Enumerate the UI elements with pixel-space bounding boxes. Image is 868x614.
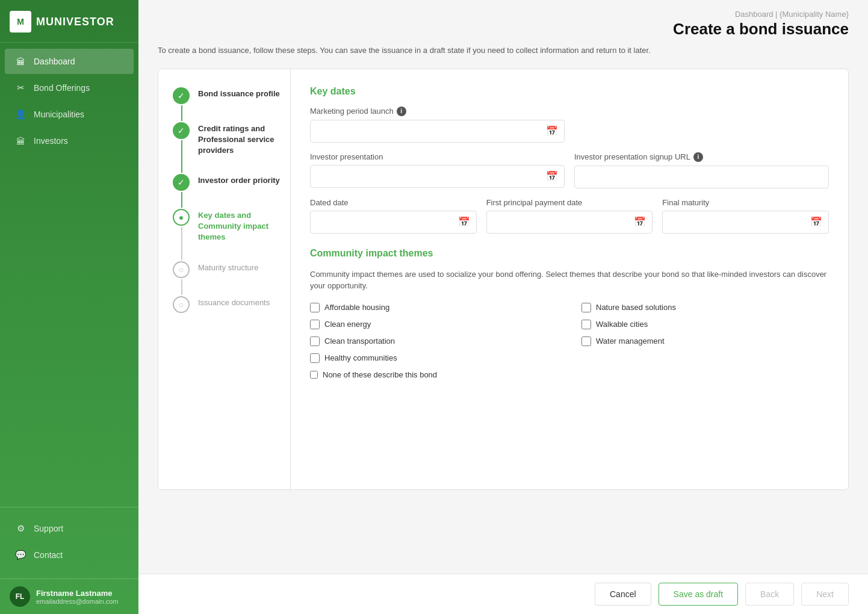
checkbox-clean-transportation[interactable] — [310, 336, 320, 346]
sidebar-item-support[interactable]: ⚙ Support — [5, 516, 134, 541]
checkbox-affordable-housing[interactable] — [310, 303, 320, 312]
main-content: Dashboard | {Municipality Name} Create a… — [138, 0, 868, 614]
cancel-button[interactable]: Cancel — [595, 583, 651, 606]
sidebar-bottom: ⚙ Support 💬 Contact — [0, 507, 138, 576]
theme-water-management[interactable]: Water management — [581, 336, 829, 346]
step-4-circle: ● — [173, 209, 190, 226]
theme-nature-based[interactable]: Nature based solutions — [581, 303, 829, 312]
step-6-label[interactable]: Issuance documents — [198, 295, 270, 308]
dated-date-group: Dated date 📅 — [310, 198, 477, 234]
sidebar-item-label: Support — [34, 524, 63, 533]
steps-panel: ✓ Bond issuance profile ✓ Credit ratings… — [158, 69, 291, 489]
checkbox-clean-energy[interactable] — [310, 320, 320, 329]
marketing-period-row: Marketing period launch i 📅 — [310, 107, 829, 143]
back-button[interactable]: Back — [745, 583, 794, 606]
first-principal-label: First principal payment date — [486, 198, 653, 207]
step-bond-issuance: ✓ Bond issuance profile — [173, 86, 290, 104]
support-icon: ⚙ — [14, 523, 26, 535]
community-title: Community impact themes — [310, 248, 829, 259]
content-wrapper: To create a bond issuance, follow these … — [138, 45, 868, 574]
dated-date-field[interactable] — [317, 217, 458, 227]
form-layout: ✓ Bond issuance profile ✓ Credit ratings… — [158, 69, 849, 490]
step-4-label[interactable]: Key dates and Community impact themes — [198, 208, 290, 243]
sidebar-item-investors[interactable]: 🏛 Investors — [5, 128, 134, 154]
first-principal-group: First principal payment date 📅 — [486, 198, 653, 234]
step-1-label[interactable]: Bond issuance profile — [198, 86, 280, 99]
investor-presentation-input[interactable]: 📅 — [310, 165, 565, 188]
final-maturity-group: Final maturity 📅 — [662, 198, 829, 234]
dashboard-icon: 🏛 — [14, 55, 26, 67]
step-5-circle: ○ — [173, 261, 190, 278]
sidebar: M MUNIVESTOR 🏛 Dashboard ✂ Bond Offering… — [0, 0, 138, 614]
step-maturity: ○ Maturity structure — [173, 260, 290, 278]
step-4-connector — [181, 227, 182, 260]
checkbox-nature-based[interactable] — [581, 303, 591, 312]
theme-healthy-communities[interactable]: Healthy communities — [310, 353, 557, 363]
breadcrumb-link[interactable]: Dashboard — [735, 10, 773, 19]
save-draft-button[interactable]: Save as draft — [659, 583, 739, 606]
calendar-icon-marketing[interactable]: 📅 — [546, 125, 558, 137]
investor-presentation-field[interactable] — [317, 172, 546, 181]
final-maturity-field[interactable] — [669, 217, 810, 227]
sidebar-item-dashboard[interactable]: 🏛 Dashboard — [5, 49, 134, 74]
step-2-circle: ✓ — [173, 122, 190, 139]
user-name: Firstname Lastname — [36, 589, 119, 598]
step-1-connector — [181, 105, 182, 121]
step-3-label[interactable]: Investor order priority — [198, 173, 280, 186]
municipalities-icon: 👤 — [14, 108, 26, 120]
step-investor-order: ✓ Investor order priority — [173, 173, 290, 191]
investor-presentation-url-group: Investor presentation signup URL i — [574, 152, 829, 188]
checkbox-walkable-cities[interactable] — [581, 320, 591, 329]
theme-clean-energy[interactable]: Clean energy — [310, 320, 557, 329]
contact-icon: 💬 — [14, 549, 26, 561]
calendar-icon-dated[interactable]: 📅 — [458, 216, 470, 228]
themes-grid: Affordable housing Nature based solution… — [310, 303, 829, 363]
sidebar-item-label: Dashboard — [34, 57, 75, 66]
sidebar-item-municipalities[interactable]: 👤 Municipalities — [5, 102, 134, 127]
first-principal-field[interactable] — [493, 217, 634, 227]
step-5-label[interactable]: Maturity structure — [198, 260, 258, 273]
step-credit-ratings: ✓ Credit ratings and Professional servic… — [173, 121, 290, 157]
user-info: Firstname Lastname emailaddress@domain.c… — [36, 589, 119, 605]
community-description: Community impact themes are used to soci… — [310, 268, 829, 292]
final-maturity-input[interactable]: 📅 — [662, 211, 829, 234]
sidebar-item-bond-offerings[interactable]: ✂ Bond Offerings — [5, 75, 134, 101]
step-6-circle: ○ — [173, 296, 190, 313]
dates-row: Dated date 📅 First principal payment dat… — [310, 198, 829, 234]
next-button[interactable]: Next — [801, 583, 849, 606]
sidebar-item-label: Contact — [34, 550, 63, 560]
investors-icon: 🏛 — [14, 135, 26, 147]
breadcrumb-current: {Municipality Name} — [780, 10, 849, 19]
checkbox-healthy-communities[interactable] — [310, 353, 320, 363]
first-principal-input[interactable]: 📅 — [486, 211, 653, 234]
info-icon-marketing: i — [397, 107, 406, 116]
final-maturity-label: Final maturity — [662, 198, 829, 207]
page-description: To create a bond issuance, follow these … — [158, 45, 849, 57]
dated-date-label: Dated date — [310, 198, 477, 207]
avatar: FL — [10, 586, 30, 607]
step-2-label[interactable]: Credit ratings and Professional service … — [198, 121, 290, 157]
checkbox-none[interactable] — [310, 371, 318, 379]
theme-none[interactable]: None of these describe this bond — [310, 370, 829, 379]
dated-date-input[interactable]: 📅 — [310, 211, 477, 234]
checkbox-water-management[interactable] — [581, 336, 591, 346]
marketing-period-field[interactable] — [317, 126, 546, 136]
calendar-icon-maturity[interactable]: 📅 — [810, 216, 822, 228]
theme-walkable-cities[interactable]: Walkable cities — [581, 320, 829, 329]
bond-offerings-icon: ✂ — [14, 82, 26, 94]
user-email: emailaddress@domain.com — [36, 598, 119, 605]
theme-clean-transportation[interactable]: Clean transportation — [310, 336, 557, 346]
step-3-connector — [181, 192, 182, 208]
calendar-icon-presentation[interactable]: 📅 — [546, 170, 558, 182]
investor-presentation-url-field[interactable] — [581, 172, 822, 182]
calendar-icon-principal[interactable]: 📅 — [634, 216, 646, 228]
step-1-circle: ✓ — [173, 87, 190, 104]
page-footer: Cancel Save as draft Back Next — [138, 574, 868, 614]
sidebar-nav: 🏛 Dashboard ✂ Bond Offerings 👤 Municipal… — [0, 43, 138, 507]
investor-presentation-url-label: Investor presentation signup URL i — [574, 152, 829, 162]
investor-presentation-url-input[interactable] — [574, 166, 829, 188]
marketing-period-input[interactable]: 📅 — [310, 120, 565, 143]
sidebar-item-contact[interactable]: 💬 Contact — [5, 542, 134, 568]
theme-affordable-housing[interactable]: Affordable housing — [310, 303, 557, 312]
sidebar-item-label: Municipalities — [34, 110, 84, 119]
